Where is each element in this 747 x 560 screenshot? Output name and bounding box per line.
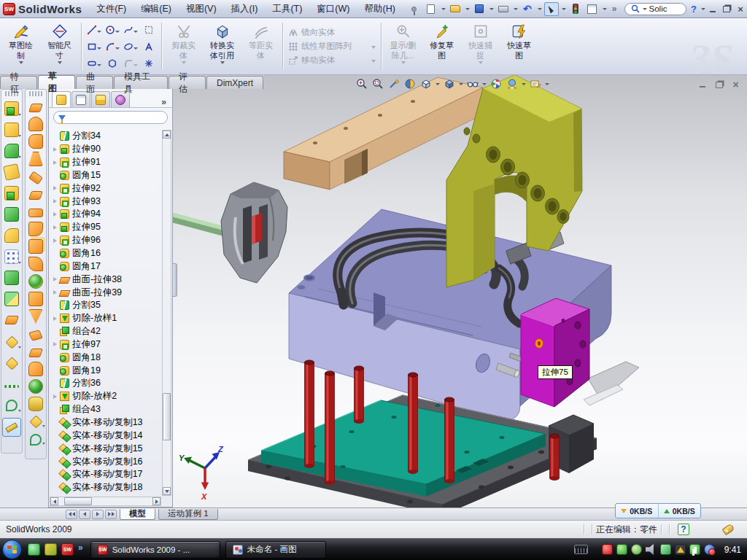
- shut-off-surface-icon[interactable]: [28, 330, 43, 341]
- select-dropdown[interactable]: [562, 8, 566, 10]
- defender-tray-icon[interactable]: [689, 544, 700, 555]
- tree-item[interactable]: 曲面-拉伸39: [50, 286, 161, 299]
- tree-item[interactable]: 组合43: [50, 403, 161, 416]
- tree-item[interactable]: 拉伸97: [50, 338, 161, 351]
- circle-tool[interactable]: [104, 22, 121, 38]
- sketch-button[interactable]: 草图绘 制: [1, 20, 40, 73]
- help-button[interactable]: ?: [688, 4, 700, 15]
- c-channel-icon[interactable]: [28, 134, 43, 149]
- offset-surface-icon[interactable]: [28, 239, 43, 254]
- text-tool[interactable]: [140, 39, 158, 55]
- view-annotations-icon[interactable]: [529, 77, 542, 90]
- parting-line-icon[interactable]: [28, 309, 43, 324]
- menu-tools[interactable]: 工具(T): [265, 1, 309, 17]
- freeform-icon[interactable]: [30, 434, 42, 446]
- tree-item[interactable]: 圆角19: [50, 364, 161, 377]
- close-button[interactable]: ×: [735, 4, 747, 15]
- hide-show-items-icon[interactable]: [466, 77, 479, 90]
- tree-item[interactable]: 圆角17: [50, 260, 161, 273]
- tab-features[interactable]: 特征: [0, 76, 37, 89]
- first-tab-button[interactable]: [66, 510, 77, 519]
- move-entities-dropdown[interactable]: [371, 60, 376, 63]
- new-dropdown[interactable]: [441, 8, 446, 10]
- security-shield-tray-icon[interactable]: [616, 544, 627, 555]
- menu-view[interactable]: 视图(V): [179, 1, 224, 17]
- elbow-surface-icon[interactable]: [28, 257, 43, 271]
- security-quicklaunch-icon[interactable]: [44, 543, 57, 556]
- tree-item[interactable]: 实体-移动/复制18: [50, 481, 161, 494]
- cavity-icon[interactable]: [28, 397, 43, 411]
- save-button[interactable]: [472, 2, 487, 16]
- dome-surface-icon[interactable]: [28, 117, 43, 131]
- tree-horizontal-scrollbar[interactable]: [50, 497, 161, 506]
- tree-filter-box[interactable]: [53, 111, 168, 124]
- apply-scene-icon[interactable]: [506, 77, 519, 90]
- solidworks-quicklaunch-icon[interactable]: SW: [61, 543, 74, 556]
- prev-tab-button[interactable]: [79, 510, 90, 519]
- trim-entities-button[interactable]: 剪裁实 体: [164, 20, 203, 73]
- network-tray-icon[interactable]: [660, 544, 671, 555]
- insert-part-icon[interactable]: [5, 357, 18, 370]
- tree-item[interactable]: 实体-移动/复制15: [50, 442, 161, 455]
- planar-surface-icon[interactable]: [28, 209, 43, 217]
- tab-surfaces[interactable]: 曲面: [76, 76, 113, 89]
- options-dropdown[interactable]: [603, 8, 607, 10]
- tree-item[interactable]: 拉伸93: [50, 195, 161, 208]
- badge-tray-icon[interactable]: [631, 544, 642, 555]
- tab-dimxpert[interactable]: DimXpert: [206, 76, 263, 89]
- tree-item[interactable]: 拉伸96: [50, 234, 161, 247]
- restore-button[interactable]: [721, 4, 733, 15]
- tree-vertical-scrollbar[interactable]: [162, 130, 171, 496]
- filter-input[interactable]: [69, 113, 163, 122]
- rebuild-button[interactable]: [568, 2, 583, 16]
- help-dropdown[interactable]: [701, 8, 705, 10]
- menu-edit[interactable]: 编辑(E): [133, 1, 179, 17]
- tree-item[interactable]: 拉伸91: [50, 156, 161, 169]
- tree-item[interactable]: 拉伸90: [50, 143, 161, 156]
- quick-tips-icon[interactable]: [678, 524, 689, 535]
- flat-pattern-icon[interactable]: [28, 191, 43, 200]
- apply-scene-dropdown[interactable]: [522, 83, 526, 85]
- print-button[interactable]: [496, 2, 511, 16]
- tree-item[interactable]: 组合42: [50, 325, 161, 338]
- chamfer-icon[interactable]: [3, 163, 20, 181]
- linear-pattern-dropdown[interactable]: [371, 46, 376, 49]
- tree-item[interactable]: 切除-放样2: [50, 390, 161, 403]
- panel-overflow-chevron[interactable]: »: [158, 97, 169, 107]
- ellipse-tool[interactable]: [122, 39, 139, 55]
- print-dropdown[interactable]: [514, 8, 518, 10]
- options-button[interactable]: [585, 2, 600, 16]
- trim-dropdown[interactable]: [182, 61, 186, 64]
- graphics-area[interactable]: Y Z X × 拉伸: [173, 75, 747, 508]
- last-tab-button[interactable]: [105, 510, 117, 519]
- scroll-up-button[interactable]: [163, 131, 171, 139]
- draft-icon[interactable]: [4, 228, 19, 243]
- model-view[interactable]: Y Z X: [173, 75, 747, 508]
- messenger-quicklaunch-icon[interactable]: [28, 543, 40, 556]
- spline-tool[interactable]: [122, 22, 139, 38]
- menu-insert[interactable]: 插入(I): [224, 1, 266, 17]
- scroll-left-button[interactable]: [50, 497, 58, 505]
- tree-item[interactable]: 分割34: [50, 130, 161, 143]
- doc-minimize-button[interactable]: [697, 79, 708, 89]
- display-style-icon[interactable]: [443, 77, 456, 90]
- quick-snaps-dropdown[interactable]: [479, 61, 483, 64]
- rectangle-tool[interactable]: [85, 39, 103, 55]
- tab-mold-tools[interactable]: 模具工具: [114, 76, 168, 89]
- open-dropdown[interactable]: [465, 8, 470, 10]
- offset-entities-button[interactable]: 等距实 体: [241, 20, 280, 73]
- display-delete-dropdown[interactable]: [401, 61, 406, 64]
- repair-sketch-button[interactable]: 修复草 图: [422, 20, 461, 73]
- move-copy-body-icon[interactable]: [4, 316, 19, 324]
- volume-tray-icon[interactable]: [646, 544, 657, 555]
- undo-button[interactable]: ↶: [520, 2, 535, 16]
- network-speed-widget[interactable]: 0KB/S 0KB/S: [615, 503, 701, 518]
- pinwheel-icon[interactable]: [28, 171, 43, 184]
- taskbar-item-solidworks[interactable]: SW SolidWorks 2009 - ...: [90, 541, 220, 559]
- display-style-dropdown[interactable]: [459, 83, 463, 85]
- delete-body-icon[interactable]: [5, 335, 18, 349]
- doc-close-button[interactable]: ×: [730, 79, 741, 89]
- split-body-icon[interactable]: [4, 271, 19, 285]
- edit-appearance-icon[interactable]: [489, 77, 503, 90]
- view-annotations-dropdown[interactable]: [545, 83, 549, 85]
